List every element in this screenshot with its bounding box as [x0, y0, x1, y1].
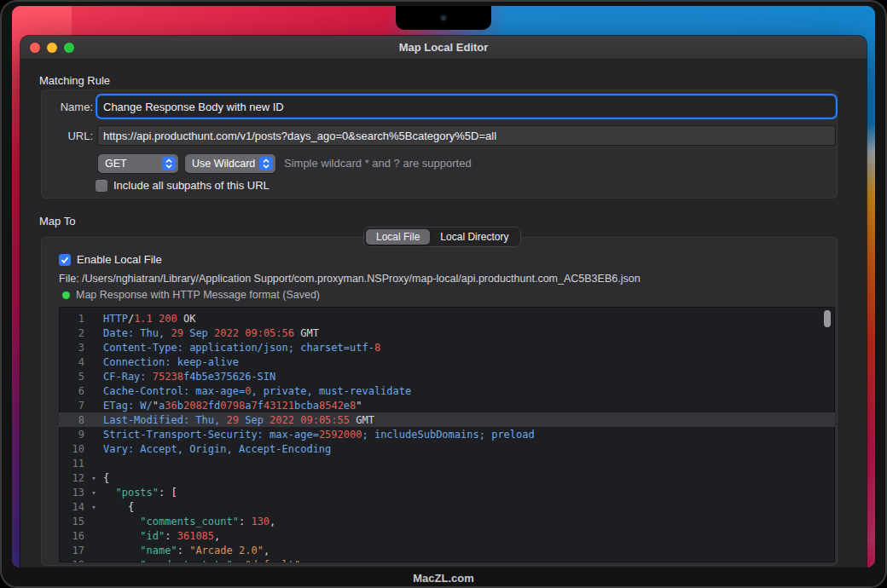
code-text: "id": 361085, — [103, 530, 220, 542]
line-number: 18 — [59, 559, 84, 563]
close-button[interactable] — [30, 43, 40, 53]
line-number: 13 — [59, 487, 84, 499]
map-local-editor-window: Map Local Editor Matching Rule Name: URL… — [20, 36, 867, 568]
code-text: "product_state": "default", — [103, 559, 306, 563]
code-line[interactable]: 16 "id": 361085, — [59, 528, 835, 543]
code-text: Connection: keep-alive — [103, 356, 239, 368]
map-to-groupbox: Enable Local File File: /Users/nghiatran… — [41, 237, 838, 566]
line-number: 11 — [59, 458, 84, 470]
code-editor[interactable]: 1HTTP/1.1 200 OK2Date: Thu, 29 Sep 2022 … — [59, 307, 835, 562]
file-label: File: — [59, 273, 79, 285]
url-input[interactable] — [98, 126, 835, 145]
subpaths-checkbox[interactable] — [96, 180, 107, 192]
line-number: 1 — [59, 313, 84, 325]
code-text: "name": "Arcade 2.0", — [103, 545, 270, 556]
line-number: 3 — [59, 342, 84, 354]
wildcard-select[interactable]: Use Wildcard — [185, 154, 275, 173]
laptop-frame: Map Local Editor Matching Rule Name: URL… — [0, 0, 887, 588]
wildcard-select-value: Use Wildcard — [192, 158, 255, 170]
line-number: 6 — [59, 385, 84, 397]
code-line[interactable]: 2Date: Thu, 29 Sep 2022 09:05:56 GMT — [59, 326, 835, 340]
enable-local-file-row[interactable]: Enable Local File — [59, 253, 162, 266]
fold-arrow-icon[interactable]: ▾ — [84, 488, 103, 497]
chevron-up-down-icon — [162, 157, 176, 170]
code-line[interactable]: 9Strict-Transport-Security: max-age=2592… — [59, 427, 835, 441]
enable-local-file-checkbox[interactable] — [59, 254, 71, 266]
line-number: 8 — [59, 414, 84, 426]
file-path: /Users/nghiatran/Library/Application Sup… — [82, 273, 641, 285]
enable-local-file-label: Enable Local File — [77, 253, 162, 266]
code-text: HTTP/1.1 200 OK — [103, 313, 195, 325]
status-line: Map Response with HTTP Message format (S… — [62, 289, 320, 301]
line-number: 7 — [59, 400, 84, 412]
watermark: MacZL.com — [2, 572, 885, 585]
line-number: 9 — [59, 429, 84, 441]
saved-status-dot-icon — [62, 291, 70, 299]
zoom-button[interactable] — [64, 43, 74, 53]
name-input[interactable] — [98, 96, 835, 117]
code-editor-lines[interactable]: 1HTTP/1.1 200 OK2Date: Thu, 29 Sep 2022 … — [59, 311, 835, 562]
line-number: 4 — [59, 356, 84, 368]
code-line[interactable]: 1HTTP/1.1 200 OK — [59, 311, 835, 326]
tab-local-file[interactable]: Local File — [366, 229, 430, 245]
code-line[interactable]: 10Vary: Accept, Origin, Accept-Encoding — [59, 441, 835, 456]
code-line[interactable]: 8Last-Modified: Thu, 29 Sep 2022 09:05:5… — [59, 412, 835, 427]
code-text: { — [103, 472, 109, 484]
url-label: URL: — [42, 130, 93, 142]
matching-rule-section-label: Matching Rule — [39, 74, 110, 87]
code-text: Content-Type: application/json; charset=… — [103, 342, 380, 354]
code-line[interactable]: 15 "comments_count": 130, — [59, 514, 835, 528]
camera-notch — [396, 6, 491, 30]
scrollbar-thumb[interactable] — [824, 310, 831, 327]
camera-dot — [441, 15, 446, 20]
map-to-segmented-control: Local File Local Directory — [363, 227, 521, 247]
minimize-button[interactable] — [47, 43, 57, 53]
matching-rule-groupbox: Name: URL: GET Use Wildcard Simple wil — [41, 89, 838, 199]
line-number: 12 — [59, 472, 84, 484]
line-number: 5 — [59, 371, 84, 383]
code-text: "comments_count": 130, — [103, 516, 275, 527]
code-line[interactable]: 5CF-Ray: 75238f4b5e375626-SIN — [59, 369, 835, 383]
window-title: Map Local Editor — [399, 41, 489, 54]
code-line[interactable]: 18 "product_state": "default", — [59, 557, 835, 562]
fold-arrow-icon[interactable]: ▾ — [84, 503, 103, 511]
code-line[interactable]: 13▾ "posts": [ — [59, 485, 835, 499]
subpaths-checkbox-label: Include all subpaths of this URL — [113, 179, 270, 192]
subpaths-checkbox-row[interactable]: Include all subpaths of this URL — [96, 179, 270, 192]
line-number: 16 — [59, 530, 84, 542]
code-text: Date: Thu, 29 Sep 2022 09:05:56 GMT — [103, 327, 319, 339]
name-label: Name: — [42, 101, 93, 113]
code-text: Vary: Accept, Origin, Accept-Encoding — [103, 443, 331, 455]
screen: Map Local Editor Matching Rule Name: URL… — [12, 6, 875, 568]
code-text: Last-Modified: Thu, 29 Sep 2022 09:05:55… — [103, 414, 374, 426]
code-text: { — [103, 501, 134, 513]
line-number: 17 — [59, 545, 84, 556]
method-select-value: GET — [105, 158, 127, 170]
code-line[interactable]: 11 — [59, 456, 835, 470]
line-number: 14 — [59, 501, 84, 513]
code-line[interactable]: 14▾ { — [59, 499, 835, 514]
line-number: 2 — [59, 327, 84, 339]
code-line[interactable]: 17 "name": "Arcade 2.0", — [59, 543, 835, 557]
code-line[interactable]: 12▾{ — [59, 470, 835, 485]
code-line[interactable]: 6Cache-Control: max-age=0, private, must… — [59, 383, 835, 398]
code-text: ETag: W/"a36b2082fd0798a7f43121bcba8542e… — [103, 400, 362, 412]
line-number: 10 — [59, 443, 84, 455]
titlebar[interactable]: Map Local Editor — [20, 36, 867, 60]
code-line[interactable]: 3Content-Type: application/json; charset… — [59, 340, 835, 355]
file-path-line: File: /Users/nghiatran/Library/Applicati… — [59, 273, 641, 285]
method-select[interactable]: GET — [98, 154, 178, 173]
wildcard-hint: Simple wildcard * and ? are supported — [284, 157, 472, 170]
status-text: Map Response with HTTP Message format (S… — [76, 289, 320, 301]
code-line[interactable]: 4Connection: keep-alive — [59, 355, 835, 369]
code-text: "posts": [ — [103, 487, 177, 499]
code-text: Strict-Transport-Security: max-age=25920… — [103, 429, 535, 441]
code-text: CF-Ray: 75238f4b5e375626-SIN — [103, 371, 275, 383]
line-number: 15 — [59, 516, 84, 527]
code-text: Cache-Control: max-age=0, private, must-… — [103, 385, 411, 397]
map-to-section-label: Map To — [39, 215, 75, 228]
chevron-up-down-icon — [259, 157, 273, 170]
tab-local-directory[interactable]: Local Directory — [430, 229, 519, 245]
fold-arrow-icon[interactable]: ▾ — [84, 474, 103, 482]
code-line[interactable]: 7ETag: W/"a36b2082fd0798a7f43121bcba8542… — [59, 398, 835, 412]
